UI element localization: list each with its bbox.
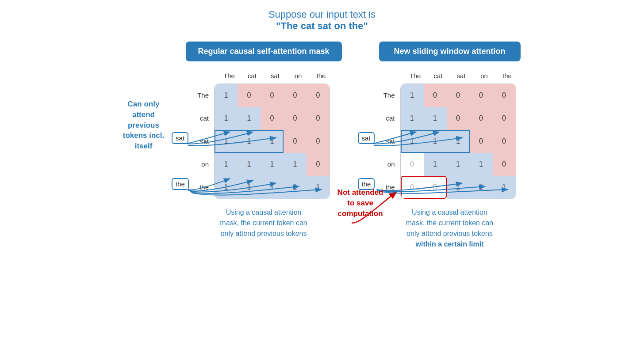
right-cell-3-1: 1 [424,153,447,176]
right-row-label-0: The [381,83,399,106]
left-cell-0-3: 0 [284,84,307,107]
left-col-label-2: sat [264,69,287,82]
left-cell-2-4: 0 [307,130,330,153]
right-cell-1-4: 0 [493,107,516,130]
right-cell-3-3: 1 [470,153,493,176]
left-cell-4-2: 1 [261,176,284,199]
left-panel: Regular causal self-attention mask The c… [186,42,342,239]
left-sat-token-box: sat [172,132,188,144]
right-caption: Using a causal attention mask, the curre… [406,207,493,250]
right-cell-4-3: 1 [470,176,493,199]
right-cell-4-2: 1 [447,176,470,199]
page-container: Suppose our input text is "The cat sat o… [0,0,644,345]
not-attended-label: Not attended to save computation [337,187,383,219]
right-cell-3-2: 1 [447,153,470,176]
left-cell-1-2: 0 [261,107,284,130]
left-col-label-4: the [310,69,333,82]
left-cell-2-2: 1 [261,130,284,153]
right-row-label-1: cat [381,106,399,129]
right-cell-0-3: 0 [470,84,493,107]
right-row-label-3: on [381,152,399,175]
left-cell-4-4: 1 [307,176,330,199]
right-cell-1-2: 0 [447,107,470,130]
left-cell-3-3: 1 [284,153,307,176]
right-cell-4-0: 0 [401,176,424,199]
left-cell-0-1: 0 [238,84,261,107]
right-col-label-2: sat [450,69,473,82]
left-col-label-1: cat [241,69,264,82]
right-cell-1-3: 0 [470,107,493,130]
red-arrow-svg [338,219,383,254]
right-sat-token-box: sat [358,132,375,144]
title-line1: Suppose our input text is [268,9,376,20]
right-cell-0-2: 0 [447,84,470,107]
left-cell-0-4: 0 [307,84,330,107]
left-cell-1-3: 0 [284,107,307,130]
right-matrix-area: The cat sat on the The cat sat on the [381,69,519,199]
left-col-label-0: The [218,69,241,82]
right-cell-2-1: 1 [424,130,447,153]
title-line2: "The cat sat on the" [268,20,376,32]
left-cell-0-2: 0 [261,84,284,107]
left-cell-1-0: 1 [215,107,238,130]
right-cell-3-0: 0 [401,153,424,176]
left-cell-3-2: 1 [261,153,284,176]
left-caption: Using a causal attention mask, the curre… [220,207,307,239]
right-row-label-4: the [381,175,399,198]
middle-annotation: Not attended to save computation [337,187,383,254]
right-cell-2-2: 1 [447,130,470,153]
right-cell-2-0: 1 [401,130,424,153]
left-row-label-0: The [195,83,212,106]
right-col-label-3: on [473,69,496,82]
right-cell-4-4: 1 [493,176,516,199]
right-panel-header: New sliding window attention [379,42,521,61]
right-col-label-4: the [496,69,519,82]
left-cell-4-0: 1 [215,176,238,199]
left-cell-3-4: 0 [307,153,330,176]
left-col-label-3: on [287,69,310,82]
left-cell-4-1: 1 [238,176,261,199]
left-cell-4-3: 1 [284,176,307,199]
right-cell-1-1: 1 [424,107,447,130]
left-cell-2-1: 1 [238,130,261,153]
right-cell-0-0: 1 [401,84,424,107]
left-cell-0-0: 1 [215,84,238,107]
right-cell-4-1: 0 [424,176,447,199]
left-row-label-4: the [195,175,212,198]
left-cell-3-0: 1 [215,153,238,176]
left-cell-1-4: 0 [307,107,330,130]
left-matrix-grid: 1 0 0 0 0 1 1 0 0 0 [214,83,330,199]
left-the-token-box: the [172,178,189,190]
left-row-label-3: on [195,152,212,175]
right-col-label-1: cat [427,69,450,82]
right-panel: New sliding window attention The cat sat… [379,42,521,250]
right-cell-2-3: 0 [470,130,493,153]
right-col-label-0: The [404,69,427,82]
right-cell-2-4: 0 [493,130,516,153]
left-matrix-area: The cat sat on the The cat sat on the [195,69,333,199]
left-cell-2-3: 0 [284,130,307,153]
right-cell-0-1: 0 [424,84,447,107]
title-section: Suppose our input text is "The cat sat o… [268,9,376,32]
right-row-label-2: sat [381,129,399,152]
left-annotation: Can only attend previous tokens incl. it… [115,99,172,152]
left-cell-2-0: 1 [215,130,238,153]
left-row-label-1: cat [195,106,212,129]
right-cell-3-4: 0 [493,153,516,176]
left-panel-header: Regular causal self-attention mask [186,42,342,61]
left-cell-1-1: 1 [238,107,261,130]
left-row-label-2: sat [195,129,212,152]
left-cell-3-1: 1 [238,153,261,176]
right-cell-0-4: 0 [493,84,516,107]
right-cell-1-0: 1 [401,107,424,130]
right-matrix-grid: 1 0 0 0 0 1 1 0 0 0 [400,83,516,199]
